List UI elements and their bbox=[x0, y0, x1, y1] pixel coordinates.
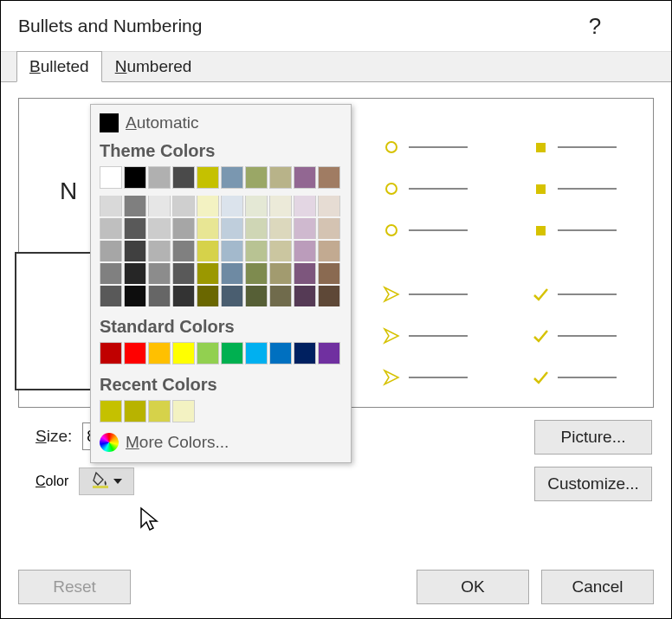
color-swatch[interactable] bbox=[124, 400, 146, 422]
color-swatch[interactable] bbox=[124, 241, 146, 261]
color-swatch[interactable] bbox=[124, 263, 146, 284]
automatic-color-option[interactable]: Automatic bbox=[91, 110, 351, 136]
color-swatch[interactable] bbox=[100, 342, 122, 364]
arrow-bullet-icon bbox=[383, 286, 400, 303]
color-swatch[interactable] bbox=[318, 342, 340, 364]
color-swatch[interactable] bbox=[245, 241, 268, 261]
color-swatch[interactable] bbox=[148, 400, 171, 422]
automatic-swatch-icon bbox=[100, 113, 119, 132]
color-swatch[interactable] bbox=[294, 196, 316, 216]
color-swatch[interactable] bbox=[221, 342, 243, 364]
color-swatch[interactable] bbox=[221, 263, 243, 284]
svg-rect-2 bbox=[93, 486, 108, 488]
color-swatch[interactable] bbox=[269, 241, 292, 261]
color-swatch[interactable] bbox=[197, 241, 219, 261]
color-swatch[interactable] bbox=[318, 196, 340, 216]
color-swatch[interactable] bbox=[294, 166, 316, 189]
color-swatch[interactable] bbox=[197, 166, 219, 189]
color-swatch[interactable] bbox=[245, 166, 268, 189]
check-bullet-icon bbox=[532, 286, 549, 303]
color-swatch[interactable] bbox=[294, 342, 316, 364]
color-swatch[interactable] bbox=[221, 286, 243, 306]
color-swatch[interactable] bbox=[294, 218, 316, 239]
color-swatch[interactable] bbox=[100, 218, 122, 239]
color-swatch[interactable] bbox=[124, 218, 146, 239]
color-swatch[interactable] bbox=[318, 166, 340, 189]
close-button[interactable] bbox=[616, 5, 657, 47]
color-swatch[interactable] bbox=[269, 218, 292, 239]
color-swatch[interactable] bbox=[148, 196, 171, 216]
color-swatch[interactable] bbox=[221, 241, 243, 261]
color-swatch[interactable] bbox=[172, 342, 195, 364]
picture-button[interactable]: Picture... bbox=[534, 420, 652, 455]
color-swatch[interactable] bbox=[172, 166, 195, 189]
color-swatch[interactable] bbox=[172, 263, 195, 284]
color-picker-popup: Automatic Theme Colors Standard Colors R… bbox=[90, 104, 352, 463]
tab-bulleted[interactable]: Bulleted bbox=[16, 51, 102, 82]
color-swatch[interactable] bbox=[318, 241, 340, 261]
chevron-down-icon bbox=[113, 479, 122, 484]
color-swatch[interactable] bbox=[197, 218, 219, 239]
color-swatch[interactable] bbox=[148, 342, 171, 364]
color-swatch[interactable] bbox=[269, 286, 292, 306]
color-swatch[interactable] bbox=[124, 166, 146, 189]
color-swatch[interactable] bbox=[100, 166, 122, 189]
color-wheel-icon bbox=[100, 433, 119, 452]
color-swatch[interactable] bbox=[100, 400, 122, 422]
color-swatch[interactable] bbox=[245, 218, 268, 239]
color-swatch[interactable] bbox=[269, 263, 292, 284]
color-swatch[interactable] bbox=[221, 218, 243, 239]
color-swatch[interactable] bbox=[197, 263, 219, 284]
help-button[interactable]: ? bbox=[574, 5, 616, 47]
color-swatch[interactable] bbox=[172, 286, 195, 306]
color-swatch[interactable] bbox=[124, 286, 146, 306]
color-swatch[interactable] bbox=[245, 263, 268, 284]
color-swatch[interactable] bbox=[221, 196, 243, 216]
color-swatch[interactable] bbox=[148, 218, 171, 239]
customize-button[interactable]: Customize... bbox=[534, 467, 652, 501]
color-swatch[interactable] bbox=[245, 342, 268, 364]
color-swatch[interactable] bbox=[197, 196, 219, 216]
color-swatch[interactable] bbox=[100, 241, 122, 261]
paint-bucket-icon bbox=[91, 470, 110, 493]
color-swatch[interactable] bbox=[100, 196, 122, 216]
color-swatch[interactable] bbox=[294, 286, 316, 306]
dialog-title: Bullets and Numbering bbox=[18, 16, 574, 36]
color-swatch[interactable] bbox=[318, 286, 340, 306]
color-swatch[interactable] bbox=[318, 263, 340, 284]
color-swatch[interactable] bbox=[318, 218, 340, 239]
color-swatch[interactable] bbox=[294, 263, 316, 284]
color-swatch[interactable] bbox=[148, 241, 171, 261]
ok-button[interactable]: OK bbox=[417, 570, 529, 604]
color-swatch[interactable] bbox=[172, 400, 195, 422]
reset-button[interactable]: Reset bbox=[18, 570, 131, 604]
cancel-button[interactable]: Cancel bbox=[541, 570, 654, 604]
color-swatch[interactable] bbox=[100, 263, 122, 284]
color-swatch[interactable] bbox=[269, 166, 292, 189]
theme-colors-heading: Theme Colors bbox=[91, 136, 351, 164]
color-swatch[interactable] bbox=[124, 196, 146, 216]
color-swatch[interactable] bbox=[148, 166, 171, 189]
color-swatch[interactable] bbox=[172, 218, 195, 239]
color-swatch[interactable] bbox=[269, 342, 292, 364]
color-swatch[interactable] bbox=[172, 196, 195, 216]
standard-colors-row bbox=[91, 340, 351, 370]
color-swatch[interactable] bbox=[148, 286, 171, 306]
color-swatch[interactable] bbox=[197, 286, 219, 306]
color-swatch[interactable] bbox=[221, 166, 243, 189]
cursor-icon bbox=[139, 506, 160, 532]
color-swatch[interactable] bbox=[100, 286, 122, 306]
tab-numbered[interactable]: Numbered bbox=[102, 50, 205, 81]
color-swatch[interactable] bbox=[148, 263, 171, 284]
color-swatch[interactable] bbox=[294, 241, 316, 261]
color-swatch[interactable] bbox=[172, 241, 195, 261]
color-swatch[interactable] bbox=[269, 196, 292, 216]
color-swatch[interactable] bbox=[124, 342, 146, 364]
more-colors-option[interactable]: More Colors... bbox=[91, 428, 351, 457]
color-swatch[interactable] bbox=[245, 286, 268, 306]
none-option-label: N bbox=[60, 177, 77, 205]
color-swatch[interactable] bbox=[245, 196, 268, 216]
color-swatch[interactable] bbox=[197, 342, 219, 364]
theme-tints-grid bbox=[91, 194, 351, 312]
color-dropdown-button[interactable] bbox=[79, 467, 134, 495]
